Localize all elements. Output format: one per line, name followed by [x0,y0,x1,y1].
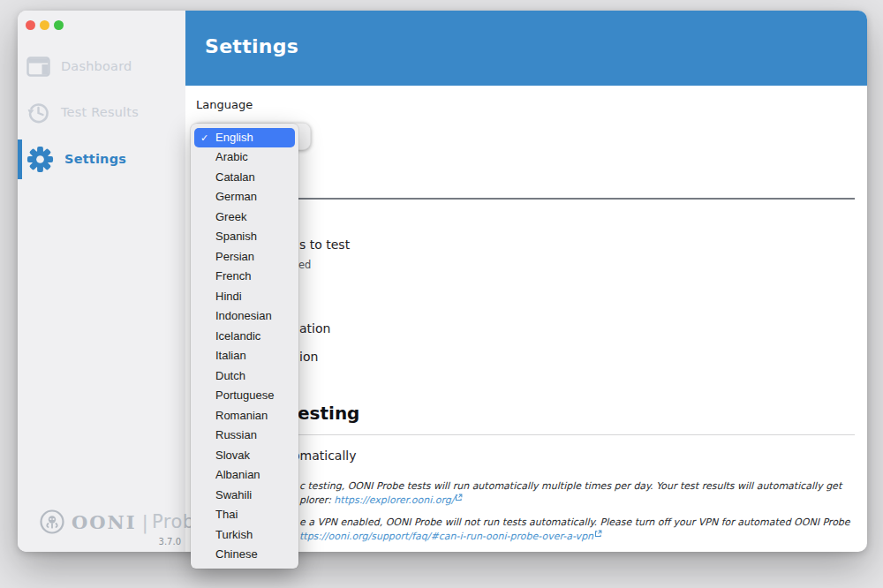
menu-item-label: German [215,190,257,203]
menu-item-label: Catalan [215,170,255,184]
logo-brand-text: OONI [72,511,137,533]
external-link-icon [594,530,602,538]
active-indicator [18,139,22,179]
ooni-probe-logo: OONI | Probe [39,509,207,535]
menu-item-label: Thai [215,508,238,521]
menu-item-label: Romanian [215,409,268,422]
explorer-link[interactable]: https://explorer.ooni.org/ [334,494,454,506]
menu-item-slovak[interactable]: Slovak [194,446,295,466]
page-header: Settings [185,11,867,86]
menu-item-label: Portuguese [215,388,275,402]
menu-item-label: Spanish [215,230,257,243]
menu-item-english[interactable]: ✓English [194,128,295,148]
menu-item-label: Indonesian [215,309,272,322]
vpn-faq-link[interactable]: ttps://ooni.org/support/faq/#can-i-run-o… [299,531,593,542]
menu-item-arabic[interactable]: Arabic [194,147,295,168]
menu-item-label: Chinese [215,547,258,561]
menu-item-label: English [215,131,253,144]
menu-item-label: Dutch [215,369,245,382]
menu-item-label: Swahili [215,488,252,501]
menu-item-greek[interactable]: Greek [194,207,295,228]
menu-item-catalan[interactable]: Catalan [194,168,295,188]
menu-item-label: Slovak [215,449,250,462]
page-title: Settings [205,35,298,57]
menu-item-italian[interactable]: Italian [194,346,295,366]
note-prefix: plorer: [299,494,334,506]
sidebar-item-test-results[interactable]: Test Results [26,96,177,128]
menu-item-swahili[interactable]: Swahili [194,486,295,506]
logo-divider: | [142,511,148,533]
window-controls [26,20,64,30]
menu-item-turkish[interactable]: Turkish [194,525,295,546]
language-menu: ✓EnglishArabicCatalanGermanGreekSpanishP… [191,124,298,569]
vpn-note-line1: e a VPN enabled, OONI Probe will not run… [299,516,850,528]
checkmark-icon: ✓ [200,128,208,148]
text-fragment-option-2: ion [299,350,318,364]
close-window-button[interactable] [26,20,35,30]
sidebar [18,11,185,552]
menu-item-label: Icelandic [215,329,260,343]
menu-item-portuguese[interactable]: Portuguese [194,386,295,406]
dashboard-icon [26,57,50,77]
menu-item-hindi[interactable]: Hindi [194,287,295,307]
section-heading-fragment: esting [298,403,359,424]
menu-item-label: Albanian [215,468,260,481]
minimize-window-button[interactable] [40,20,49,30]
text-fragment-websites-to-test: s to test [299,237,350,252]
sidebar-item-label: Dashboard [61,59,132,73]
menu-item-thai[interactable]: Thai [194,505,295,525]
menu-item-label: Italian [215,349,246,362]
menu-item-label: French [215,269,251,283]
menu-item-icelandic[interactable]: Icelandic [194,327,295,347]
sidebar-item-settings[interactable]: Settings [26,143,177,175]
app-screen: Dashboard Test Results [0,0,883,588]
menu-item-label: Arabic [215,150,248,163]
text-fragment-automatically: omatically [292,449,357,463]
sidebar-item-label: Test Results [61,105,139,119]
vpn-note-line2: ttps://ooni.org/support/faq/#can-i-run-o… [299,530,602,542]
menu-item-romanian[interactable]: Romanian [194,406,295,426]
language-label: Language [196,98,253,111]
text-fragment-hint: ed [298,259,311,271]
menu-item-french[interactable]: French [194,267,295,287]
app-version: 3.7.0 [132,537,181,547]
menu-item-label: Persian [215,250,254,263]
menu-item-label: Greek [215,210,246,223]
gear-icon [26,146,54,173]
menu-item-german[interactable]: German [194,187,295,207]
sidebar-item-label: Settings [64,152,126,166]
menu-item-label: Turkish [215,528,253,541]
history-icon [26,101,50,124]
menu-item-label: Hindi [215,290,242,303]
text-fragment-option-1: ation [299,321,330,335]
menu-item-label: Russian [215,428,257,441]
menu-item-indonesian[interactable]: Indonesian [194,306,295,327]
menu-item-spanish[interactable]: Spanish [194,227,295,247]
menu-item-chinese[interactable]: Chinese [194,545,295,565]
sidebar-item-dashboard[interactable]: Dashboard [26,50,177,82]
auto-testing-note-line2: plorer: https://explorer.ooni.org/ [299,494,463,506]
external-link-icon [455,494,463,501]
menu-item-albanian[interactable]: Albanian [194,465,295,486]
menu-item-russian[interactable]: Russian [194,426,295,446]
zoom-window-button[interactable] [54,20,64,30]
menu-item-persian[interactable]: Persian [194,247,295,268]
menu-item-dutch[interactable]: Dutch [194,366,295,387]
ooni-octopus-icon [39,509,65,535]
auto-testing-note-line1: c testing, OONI Probe tests will run aut… [299,480,841,492]
